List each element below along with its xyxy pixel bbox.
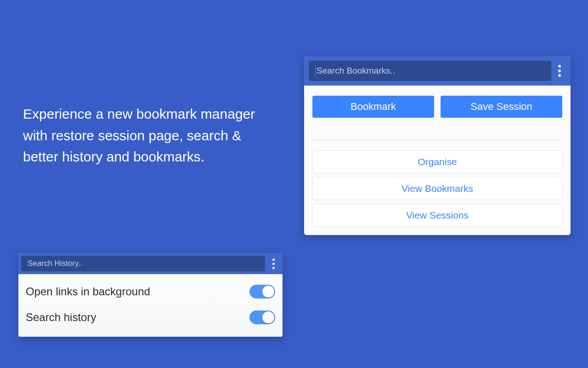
bookmark-button[interactable]: Bookmark [312, 96, 434, 118]
search-history-placeholder: Search History.. [28, 259, 83, 268]
bookmarks-panel-body: Bookmark Save Session Organise View Book… [304, 86, 571, 235]
view-sessions-button[interactable]: View Sessions [312, 204, 562, 227]
toggle-knob-icon [262, 311, 274, 323]
history-panel: Search History.. Open links in backgroun… [18, 253, 283, 337]
toggle-open-links-background[interactable] [249, 285, 275, 299]
setting-open-links-background: Open links in background [26, 279, 275, 305]
more-vertical-icon[interactable] [553, 61, 566, 81]
search-bookmarks-input[interactable]: Search Bookmarks.. [309, 61, 551, 81]
history-panel-header: Search History.. [18, 253, 283, 274]
toggle-knob-icon [262, 286, 274, 298]
search-bookmarks-placeholder: Search Bookmarks.. [317, 66, 395, 76]
organise-button[interactable]: Organise [312, 150, 562, 173]
bookmarks-panel-header: Search Bookmarks.. [304, 56, 571, 86]
setting-search-history: Search history [26, 305, 275, 330]
bookmarks-panel: Search Bookmarks.. Bookmark Save Session… [304, 56, 571, 235]
settings-list: Open links in background Search history [18, 274, 283, 337]
more-vertical-icon[interactable] [267, 256, 280, 271]
divider [312, 140, 562, 140]
search-history-input[interactable]: Search History.. [21, 256, 265, 271]
save-session-button[interactable]: Save Session [441, 96, 562, 118]
primary-button-row: Bookmark Save Session [312, 96, 562, 118]
view-bookmarks-button[interactable]: View Bookmarks [312, 177, 562, 200]
setting-label: Search history [26, 311, 96, 324]
text-cursor-icon [315, 65, 316, 76]
toggle-search-history[interactable] [249, 310, 275, 324]
headline-text: Experience a new bookmark manager with r… [23, 104, 280, 168]
setting-label: Open links in background [26, 285, 150, 298]
